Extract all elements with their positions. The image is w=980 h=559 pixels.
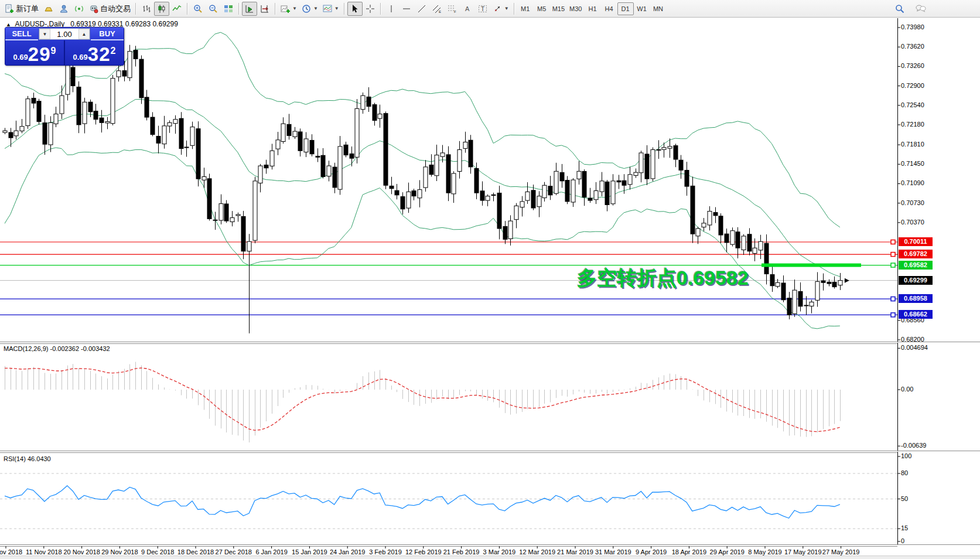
sell-button[interactable]: SELL bbox=[5, 28, 38, 40]
tile-windows-button[interactable] bbox=[221, 2, 236, 16]
date-tick-label: 15 Jan 2019 bbox=[292, 548, 327, 555]
text-tool[interactable]: A bbox=[460, 2, 475, 16]
line-chart-icon bbox=[172, 4, 182, 13]
buy-price[interactable]: 0.69 32 2 bbox=[65, 40, 124, 65]
volume-input[interactable]: 1.00 bbox=[50, 29, 78, 39]
chart-shift-icon bbox=[260, 4, 269, 13]
toolbar-right-group bbox=[892, 2, 928, 16]
date-tick-label: 18 Apr 2019 bbox=[672, 548, 706, 555]
timeframe-button-m5[interactable]: M5 bbox=[534, 2, 550, 15]
market-button[interactable] bbox=[41, 2, 56, 16]
timeframe-button-w1[interactable]: W1 bbox=[634, 2, 650, 15]
chart-text-annotation[interactable]: 多空转折点0.69582 bbox=[577, 265, 749, 292]
price-tick-label: 0.71810 bbox=[901, 141, 924, 148]
autotrading-button[interactable]: 自动交易 bbox=[87, 2, 133, 16]
zoom-in-icon bbox=[193, 4, 203, 13]
chart-canvas[interactable] bbox=[0, 0, 980, 559]
timeframe-button-h4[interactable]: H4 bbox=[601, 2, 617, 15]
timeframe-button-m15[interactable]: M15 bbox=[550, 2, 567, 15]
chat-button[interactable] bbox=[913, 2, 928, 16]
price-tick-label: 0.73980 bbox=[901, 23, 924, 30]
community-button[interactable] bbox=[56, 2, 71, 16]
sell-price[interactable]: 0.69 29 9 bbox=[5, 40, 65, 65]
signal-icon bbox=[74, 4, 84, 13]
timeframe-button-h1[interactable]: H1 bbox=[585, 2, 601, 15]
new-order-icon bbox=[5, 4, 14, 13]
tile-windows-icon bbox=[224, 4, 233, 13]
search-icon bbox=[895, 4, 904, 13]
price-level-tag[interactable]: 0.69582 bbox=[899, 261, 933, 270]
dropdown-caret: ▼ bbox=[292, 6, 297, 11]
timeframe-button-d1[interactable]: D1 bbox=[617, 2, 634, 15]
trendline-tool[interactable] bbox=[414, 2, 429, 16]
date-tick-label: 24 Jan 2019 bbox=[330, 548, 366, 555]
vertical-line-tool[interactable] bbox=[384, 2, 399, 16]
indicators-button[interactable]: ▼ bbox=[278, 2, 299, 16]
timeframe-button-mn[interactable]: MN bbox=[650, 2, 667, 15]
toolbar-separator bbox=[238, 3, 240, 15]
candlestick-chart-button[interactable] bbox=[154, 2, 169, 16]
price-level-tag[interactable]: 0.69782 bbox=[899, 250, 933, 258]
current-price-tag: 0.69299 bbox=[899, 276, 933, 285]
date-tick-label: 27 Dec 2018 bbox=[216, 548, 252, 555]
date-tick-label: 6 Jan 2019 bbox=[255, 548, 287, 555]
sell-price-prefix: 0.69 bbox=[13, 53, 28, 62]
buy-price-pip: 2 bbox=[111, 46, 116, 56]
line-chart-button[interactable] bbox=[169, 2, 185, 16]
timeframe-button-m30[interactable]: M30 bbox=[567, 2, 584, 15]
date-tick-label: 11 Nov 2018 bbox=[26, 548, 62, 555]
new-order-button[interactable]: 新订单 bbox=[2, 2, 41, 16]
price-level-tag[interactable]: 0.68662 bbox=[899, 310, 933, 319]
price-tick-label: 0.71450 bbox=[901, 160, 924, 167]
price-tick-label: 0.73260 bbox=[901, 62, 924, 69]
bar-chart-button[interactable] bbox=[139, 2, 154, 16]
signals-button[interactable] bbox=[71, 2, 87, 16]
rsi-axis-label: 50 bbox=[901, 495, 908, 502]
search-button[interactable] bbox=[892, 2, 907, 16]
price-tick-label: 0.70370 bbox=[901, 219, 924, 226]
price-tick-label: 0.73620 bbox=[901, 43, 924, 50]
date-tick-label: 27 May 2019 bbox=[822, 548, 860, 555]
date-tick-label: 20 Nov 2018 bbox=[63, 548, 100, 555]
buy-button[interactable]: BUY bbox=[91, 28, 124, 40]
timeframe-button-m1[interactable]: M1 bbox=[517, 2, 534, 15]
text-label-icon: T bbox=[478, 4, 487, 13]
date-tick-label: 18 Dec 2018 bbox=[177, 548, 214, 555]
arrows-tool[interactable]: ▼ bbox=[490, 2, 511, 16]
volume-increase-button[interactable]: ▲ bbox=[78, 29, 90, 39]
periods-button[interactable]: ▼ bbox=[299, 2, 320, 16]
text-label-tool[interactable]: T bbox=[475, 2, 490, 16]
auto-scroll-button[interactable] bbox=[242, 2, 257, 16]
trendline-icon bbox=[418, 5, 426, 13]
horizontal-line-icon bbox=[402, 5, 411, 13]
dropdown-caret: ▼ bbox=[334, 6, 339, 11]
zoom-out-button[interactable] bbox=[206, 2, 221, 16]
template-icon bbox=[323, 4, 332, 13]
sell-price-main: 29 bbox=[28, 46, 51, 63]
fibonacci-tool[interactable]: F bbox=[445, 2, 460, 16]
macd-axis-label: -0.00639 bbox=[901, 442, 926, 449]
crosshair-icon bbox=[366, 4, 375, 13]
crosshair-tool-button[interactable] bbox=[363, 2, 378, 16]
price-level-tag[interactable]: 0.70011 bbox=[899, 237, 933, 246]
timeframe-group: M1M5M15M30H1H4D1W1MN bbox=[517, 2, 667, 15]
zoom-out-icon bbox=[209, 4, 218, 13]
price-tick-label: 0.72180 bbox=[901, 121, 924, 128]
equidistant-channel-tool[interactable]: E bbox=[429, 2, 445, 16]
toolbar-separator bbox=[380, 3, 381, 15]
chart-shift-button[interactable] bbox=[257, 2, 272, 16]
toolbar-separator bbox=[187, 3, 188, 15]
macd-axis-label: 0.00 bbox=[901, 386, 913, 393]
zoom-in-button[interactable] bbox=[190, 2, 206, 16]
text-icon: A bbox=[463, 5, 472, 13]
volume-decrease-button[interactable]: ▼ bbox=[39, 29, 50, 39]
price-level-tag[interactable]: 0.68958 bbox=[899, 294, 933, 303]
svg-text:F: F bbox=[454, 10, 456, 13]
window-bottom-strip bbox=[0, 555, 980, 559]
macd-values: -0.002362 -0.003432 bbox=[50, 345, 110, 352]
templates-button[interactable]: ▼ bbox=[320, 2, 342, 16]
date-tick-label: 29 Apr 2019 bbox=[710, 548, 745, 555]
rsi-axis-label: 80 bbox=[901, 469, 908, 476]
cursor-tool-button[interactable] bbox=[347, 2, 363, 16]
horizontal-line-tool[interactable] bbox=[399, 2, 414, 16]
